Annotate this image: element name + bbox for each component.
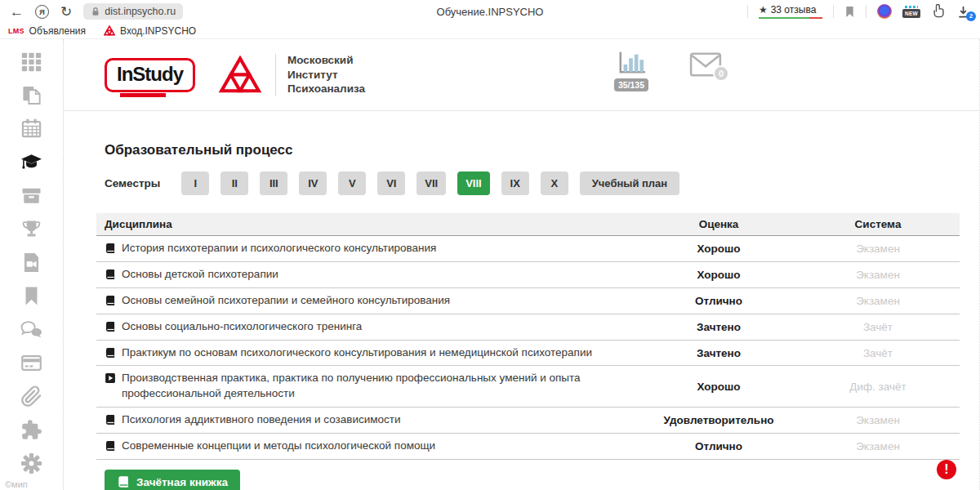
address-bar[interactable]: dist.inpsycho.ru xyxy=(83,3,183,20)
documents-icon xyxy=(20,84,42,106)
toolbar-separator xyxy=(747,5,748,18)
instudy-logo[interactable]: InStudy xyxy=(105,58,195,92)
table-row[interactable]: Производственная практика, практика по п… xyxy=(96,366,960,408)
alert-icon[interactable]: ! xyxy=(937,460,956,479)
book-icon xyxy=(105,267,116,280)
progress-stats-button[interactable]: 35/135 xyxy=(612,49,650,91)
logo-divider xyxy=(275,54,276,96)
discipline-name: Производственная практика, практика по п… xyxy=(122,371,633,402)
video-file-icon xyxy=(20,252,42,274)
table-row[interactable]: Психология аддиктивного поведения и соза… xyxy=(96,408,960,434)
semester-button-IV[interactable]: IV xyxy=(299,172,327,195)
discipline-name: Основы социально-психологического тренин… xyxy=(122,319,362,335)
discipline-name: Практикум по основам психологического ко… xyxy=(122,345,592,361)
star-icon: ★ xyxy=(759,4,768,16)
toolbar-separator xyxy=(866,5,866,18)
gradebook-button[interactable]: Зачётная книжка xyxy=(105,470,240,490)
site-reviews-button[interactable]: ★33 отзыва xyxy=(759,4,822,20)
reviews-label: 33 отзыва xyxy=(771,4,817,16)
semester-button-X[interactable]: X xyxy=(541,172,568,195)
messages-button[interactable]: 0 xyxy=(689,52,722,77)
system-value: Зачёт xyxy=(796,347,960,359)
discipline-name: Основы семейной психотерапии и семейного… xyxy=(122,293,450,309)
semester-button-I[interactable]: I xyxy=(181,172,209,195)
table-row[interactable]: Основы социально-психологического тренин… xyxy=(96,314,960,341)
refresh-icon[interactable]: ↻ xyxy=(60,5,72,19)
sidebar-item-grid[interactable] xyxy=(20,51,42,73)
bookmark-label: Объявления xyxy=(29,25,86,37)
sidebar-item-graduation-cap[interactable] xyxy=(20,151,42,173)
grade-value: Отлично xyxy=(641,295,796,307)
puzzle-icon xyxy=(20,419,42,441)
sidebar-item-puzzle[interactable] xyxy=(20,419,42,441)
bookmark-item[interactable]: LMSОбъявления xyxy=(8,25,86,37)
gear-icon xyxy=(20,452,42,474)
column-header-discipline: Дисциплина xyxy=(96,213,641,235)
institute-name: Московский Институт Психоанализа xyxy=(287,53,365,96)
paperclip-icon xyxy=(20,385,42,408)
trophy-icon xyxy=(20,218,42,240)
chat-icon xyxy=(20,318,42,341)
archive-box-icon xyxy=(20,185,42,207)
grade-value: Зачтено xyxy=(641,321,796,333)
system-value: Экзамен xyxy=(796,414,960,426)
collections-icon[interactable] xyxy=(931,4,946,19)
book-icon xyxy=(105,293,116,306)
lock-icon xyxy=(91,7,100,16)
semester-button-VIII[interactable]: VIII xyxy=(457,172,490,195)
sidebar-item-calendar[interactable] xyxy=(20,118,42,140)
grid-icon xyxy=(20,51,42,73)
institute-logo-icon[interactable] xyxy=(218,56,262,95)
table-row[interactable]: Основы семейной психотерапии и семейного… xyxy=(96,288,960,314)
semester-button-II[interactable]: II xyxy=(220,172,248,195)
curriculum-button[interactable]: Учебный план xyxy=(580,172,679,195)
yandex-browser-icon[interactable]: Я xyxy=(35,5,49,19)
new-icon-decoration xyxy=(905,6,918,8)
extension-icon[interactable] xyxy=(877,4,892,19)
semester-button-V[interactable]: V xyxy=(338,172,366,195)
sidebar-item-gear[interactable] xyxy=(20,452,42,474)
semester-button-VII[interactable]: VII xyxy=(416,172,446,195)
grade-value: Удовлетворительно xyxy=(641,414,796,426)
grade-value: Зачтено xyxy=(641,347,796,359)
sidebar-item-bookmark[interactable] xyxy=(20,285,42,307)
mip-favicon xyxy=(104,25,115,36)
toolbar-separator xyxy=(833,5,834,18)
grade-value: Хорошо xyxy=(641,269,796,281)
book-icon xyxy=(117,475,130,488)
sidebar-item-documents[interactable] xyxy=(20,84,42,106)
table-row[interactable]: Современные концепции и методы психологи… xyxy=(96,434,960,460)
disciplines-table: Дисциплина Оценка Система История психот… xyxy=(96,213,960,460)
column-header-system: Система xyxy=(796,213,960,235)
grade-value: Хорошо xyxy=(641,243,796,255)
browser-toolbar: ← Я ↻ dist.inpsycho.ru Обучение.INPSYCHO… xyxy=(0,0,980,23)
bar-chart-icon xyxy=(612,49,650,77)
downloads-button[interactable]: 2 xyxy=(956,5,970,19)
system-value: Диф. зачёт xyxy=(796,381,960,393)
app-sidebar: ©мип xyxy=(0,39,64,490)
sidebar-item-trophy[interactable] xyxy=(20,218,42,240)
new-extension-icon[interactable]: NEW xyxy=(902,6,920,18)
semester-button-III[interactable]: III xyxy=(260,172,287,195)
bookmark-flag-icon[interactable] xyxy=(844,6,855,18)
grade-value: Хорошо xyxy=(641,381,796,393)
sidebar-item-chat[interactable] xyxy=(20,318,42,341)
semester-button-VI[interactable]: VI xyxy=(377,172,405,195)
table-row[interactable]: Практикум по основам психологического ко… xyxy=(96,341,960,367)
sidebar-item-archive-box[interactable] xyxy=(20,185,42,207)
progress-badge: 35/135 xyxy=(614,78,648,91)
back-icon[interactable]: ← xyxy=(10,5,24,19)
column-header-grade: Оценка xyxy=(641,213,796,235)
copyright-label: ©мип xyxy=(5,479,28,489)
sidebar-item-card[interactable] xyxy=(20,352,42,374)
sidebar-item-video-file[interactable] xyxy=(20,252,42,274)
semester-button-IX[interactable]: IX xyxy=(501,172,529,195)
site-header: InStudy Московский Институт Психоанализа xyxy=(64,39,979,111)
sidebar-item-paperclip[interactable] xyxy=(20,385,42,408)
table-row[interactable]: Основы детской психотерапииХорошоЭкзамен xyxy=(96,262,960,288)
table-row[interactable]: История психотерапии и психологического … xyxy=(96,236,960,262)
mail-badge: 0 xyxy=(713,65,729,82)
instudy-logo-text: InStudy xyxy=(117,63,183,85)
discipline-name: История психотерапии и психологического … xyxy=(122,241,436,256)
bookmark-item[interactable]: Вход.INPSYCHO xyxy=(104,25,196,37)
